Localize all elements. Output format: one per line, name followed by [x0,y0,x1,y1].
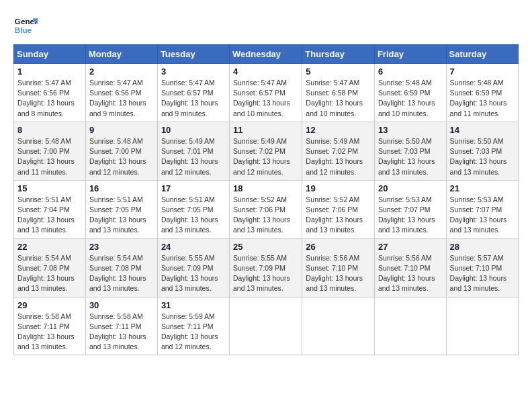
day-number: 21 [450,183,515,193]
calendar-day-cell: 30 Sunrise: 5:58 AMSunset: 7:11 PMDaylig… [85,297,157,355]
calendar-day-cell: 1 Sunrise: 5:47 AMSunset: 6:56 PMDayligh… [14,64,86,122]
day-number: 18 [233,183,298,193]
calendar-day-cell: 20 Sunrise: 5:53 AMSunset: 7:07 PMDaylig… [374,180,446,238]
calendar-table: SundayMondayTuesdayWednesdayThursdayFrid… [13,44,519,355]
day-detail: Sunrise: 5:57 AMSunset: 7:10 PMDaylight:… [450,254,507,293]
day-detail: Sunrise: 5:47 AMSunset: 6:56 PMDaylight:… [89,79,146,118]
day-detail: Sunrise: 5:47 AMSunset: 6:57 PMDaylight:… [233,79,290,118]
day-detail: Sunrise: 5:47 AMSunset: 6:56 PMDaylight:… [17,79,75,118]
day-detail: Sunrise: 5:49 AMSunset: 7:01 PMDaylight:… [161,137,218,176]
calendar-day-cell: 8 Sunrise: 5:48 AMSunset: 7:00 PMDayligh… [14,122,86,180]
day-number: 30 [89,300,154,310]
day-detail: Sunrise: 5:48 AMSunset: 7:00 PMDaylight:… [17,137,75,176]
calendar-header-cell: Monday [85,45,157,64]
calendar-day-cell [302,297,375,355]
day-number: 11 [233,125,298,135]
calendar-day-cell: 15 Sunrise: 5:51 AMSunset: 7:04 PMDaylig… [14,180,86,238]
day-number: 3 [161,66,226,77]
calendar-day-cell: 28 Sunrise: 5:57 AMSunset: 7:10 PMDaylig… [446,238,518,297]
calendar-day-cell: 2 Sunrise: 5:47 AMSunset: 6:56 PMDayligh… [85,64,157,122]
calendar-week-row: 1 Sunrise: 5:47 AMSunset: 6:56 PMDayligh… [14,64,519,122]
calendar-header-cell: Sunday [14,45,86,64]
day-number: 1 [17,66,82,77]
calendar-day-cell: 25 Sunrise: 5:55 AMSunset: 7:09 PMDaylig… [230,238,302,297]
day-detail: Sunrise: 5:48 AMSunset: 6:59 PMDaylight:… [450,79,507,118]
day-detail: Sunrise: 5:51 AMSunset: 7:05 PMDaylight:… [161,195,218,234]
day-detail: Sunrise: 5:58 AMSunset: 7:11 PMDaylight:… [17,312,75,351]
day-number: 26 [306,242,371,252]
day-number: 27 [378,242,443,252]
day-detail: Sunrise: 5:48 AMSunset: 6:59 PMDaylight:… [378,79,435,118]
logo: General Blue [13,13,42,38]
calendar-day-cell: 13 Sunrise: 5:50 AMSunset: 7:03 PMDaylig… [374,122,446,180]
calendar-day-cell: 31 Sunrise: 5:59 AMSunset: 7:11 PMDaylig… [157,297,229,355]
calendar-day-cell: 12 Sunrise: 5:49 AMSunset: 7:02 PMDaylig… [302,122,375,180]
calendar-day-cell: 17 Sunrise: 5:51 AMSunset: 7:05 PMDaylig… [157,180,229,238]
calendar-day-cell: 24 Sunrise: 5:55 AMSunset: 7:09 PMDaylig… [157,238,229,297]
calendar-day-cell: 6 Sunrise: 5:48 AMSunset: 6:59 PMDayligh… [374,64,446,122]
day-detail: Sunrise: 5:51 AMSunset: 7:05 PMDaylight:… [89,195,146,234]
day-number: 10 [161,125,226,135]
day-number: 25 [233,242,298,252]
calendar-day-cell: 23 Sunrise: 5:54 AMSunset: 7:08 PMDaylig… [85,238,157,297]
calendar-header-cell: Friday [374,45,446,64]
day-number: 6 [378,66,443,77]
day-number: 16 [89,183,154,193]
calendar-day-cell [374,297,446,355]
calendar-day-cell: 9 Sunrise: 5:48 AMSunset: 7:00 PMDayligh… [85,122,157,180]
calendar-day-cell: 19 Sunrise: 5:52 AMSunset: 7:06 PMDaylig… [302,180,375,238]
calendar-day-cell: 18 Sunrise: 5:52 AMSunset: 7:06 PMDaylig… [230,180,302,238]
day-number: 2 [89,66,154,77]
calendar-day-cell: 26 Sunrise: 5:56 AMSunset: 7:10 PMDaylig… [302,238,375,297]
day-detail: Sunrise: 5:59 AMSunset: 7:11 PMDaylight:… [161,312,218,351]
day-number: 23 [89,242,154,252]
day-detail: Sunrise: 5:47 AMSunset: 6:57 PMDaylight:… [161,79,218,118]
day-number: 17 [161,183,226,193]
day-detail: Sunrise: 5:55 AMSunset: 7:09 PMDaylight:… [233,254,290,293]
calendar-day-cell: 16 Sunrise: 5:51 AMSunset: 7:05 PMDaylig… [85,180,157,238]
calendar-day-cell: 7 Sunrise: 5:48 AMSunset: 6:59 PMDayligh… [446,64,518,122]
day-detail: Sunrise: 5:49 AMSunset: 7:02 PMDaylight:… [233,137,290,176]
day-detail: Sunrise: 5:53 AMSunset: 7:07 PMDaylight:… [450,195,507,234]
day-number: 29 [17,300,82,310]
day-detail: Sunrise: 5:49 AMSunset: 7:02 PMDaylight:… [306,137,363,176]
day-number: 4 [233,66,298,77]
day-detail: Sunrise: 5:47 AMSunset: 6:58 PMDaylight:… [306,79,363,118]
calendar-day-cell: 3 Sunrise: 5:47 AMSunset: 6:57 PMDayligh… [157,64,229,122]
calendar-header-cell: Tuesday [157,45,229,64]
day-number: 13 [378,125,443,135]
svg-text:Blue: Blue [15,26,32,34]
calendar-day-cell: 21 Sunrise: 5:53 AMSunset: 7:07 PMDaylig… [446,180,518,238]
day-number: 9 [89,125,154,135]
calendar-day-cell: 27 Sunrise: 5:56 AMSunset: 7:10 PMDaylig… [374,238,446,297]
calendar-header-cell: Thursday [302,45,375,64]
calendar-day-cell: 10 Sunrise: 5:49 AMSunset: 7:01 PMDaylig… [157,122,229,180]
page-header: General Blue [13,13,519,38]
day-number: 5 [306,66,371,77]
day-detail: Sunrise: 5:52 AMSunset: 7:06 PMDaylight:… [306,195,363,234]
day-number: 14 [450,125,515,135]
calendar-week-row: 22 Sunrise: 5:54 AMSunset: 7:08 PMDaylig… [14,238,519,297]
day-number: 8 [17,125,82,135]
day-detail: Sunrise: 5:51 AMSunset: 7:04 PMDaylight:… [17,195,75,234]
calendar-header-cell: Saturday [446,45,518,64]
day-detail: Sunrise: 5:56 AMSunset: 7:10 PMDaylight:… [378,254,435,293]
calendar-week-row: 29 Sunrise: 5:58 AMSunset: 7:11 PMDaylig… [14,297,519,355]
calendar-day-cell [446,297,518,355]
day-detail: Sunrise: 5:48 AMSunset: 7:00 PMDaylight:… [89,137,146,176]
day-detail: Sunrise: 5:56 AMSunset: 7:10 PMDaylight:… [306,254,363,293]
day-number: 12 [306,125,371,135]
day-detail: Sunrise: 5:54 AMSunset: 7:08 PMDaylight:… [89,254,146,293]
day-number: 24 [161,242,226,252]
day-detail: Sunrise: 5:58 AMSunset: 7:11 PMDaylight:… [89,312,146,351]
day-detail: Sunrise: 5:55 AMSunset: 7:09 PMDaylight:… [161,254,218,293]
calendar-week-row: 15 Sunrise: 5:51 AMSunset: 7:04 PMDaylig… [14,180,519,238]
day-number: 19 [306,183,371,193]
day-number: 20 [378,183,443,193]
day-detail: Sunrise: 5:52 AMSunset: 7:06 PMDaylight:… [233,195,290,234]
day-number: 7 [450,66,515,77]
day-detail: Sunrise: 5:54 AMSunset: 7:08 PMDaylight:… [17,254,75,293]
calendar-day-cell [230,297,302,355]
calendar-header-row: SundayMondayTuesdayWednesdayThursdayFrid… [14,45,519,64]
calendar-body: 1 Sunrise: 5:47 AMSunset: 6:56 PMDayligh… [14,64,519,355]
